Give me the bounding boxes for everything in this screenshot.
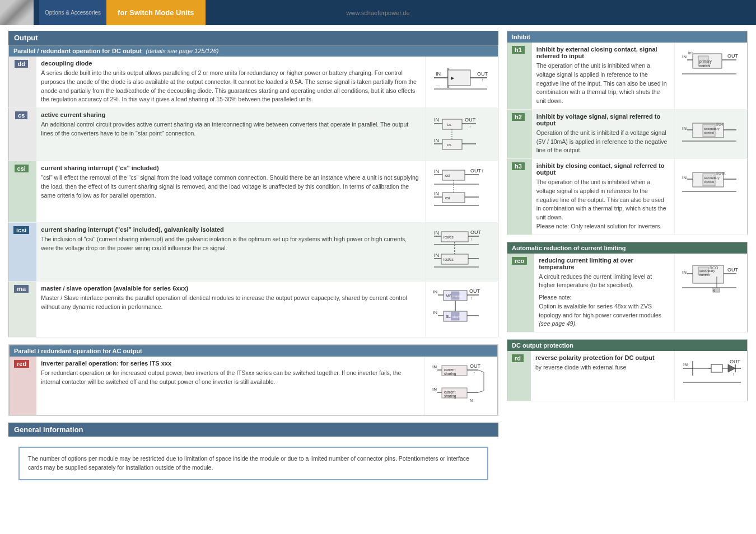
nav-options-link[interactable]: Options & Accessories [39,0,106,25]
desc-dd: A series diode built into the units outp… [41,69,421,104]
diagram-rd: IN OUT ↑ [675,351,748,401]
main-content: Output Parallel / redundant operation fo… [0,25,756,496]
svg-text:IN: IN [436,71,441,77]
svg-text:cs: cs [447,122,451,127]
content-red: inverter parallel operation: for series … [36,357,424,415]
svg-text:▶: ▶ [451,76,455,81]
svg-text:IN: IN [434,191,439,196]
code-h2: h2 [507,109,532,158]
svg-text:IN: IN [433,289,437,294]
svg-text:N: N [470,399,473,402]
desc-h3: The operation of the unit is inhibited w… [536,178,670,231]
svg-text:secondary: secondary [704,127,720,130]
svg-text:↑: ↑ [732,372,735,376]
svg-text:RCO: RCO [710,266,718,270]
svg-text:IN: IN [682,126,687,131]
navigation-bar: Options & Accessories for Switch Mode Un… [34,0,211,25]
svg-text:control: control [699,64,711,68]
nav-title: for Switch Mode Units [106,0,206,25]
diagram-h3: IN secondary control INHB [675,159,748,235]
table-row: icsi current sharing interrupt ("csi" in… [9,223,498,282]
table-row: ma master / slave operation (avalaible f… [9,282,498,338]
content-h1: inhibit by external closing contact, sig… [532,43,675,109]
auto-reduction-header: Automatic reduction of current limiting [507,242,748,254]
svg-text:OUT: OUT [727,53,739,59]
code-dd: dd [9,57,37,108]
title-h3: inhibit by closing contact, signal refer… [536,162,670,176]
svg-text:OUT: OUT [477,71,488,77]
table-row: csi current sharing interrupt ("cs" incl… [9,161,498,223]
general-info-content: The number of options per module may be … [18,447,488,480]
svg-line-77 [478,370,484,372]
content-dd: decoupling diode A series diode built in… [36,57,425,108]
svg-text:IN: IN [682,54,687,59]
title-ma: master / slave operation (avalaible for … [41,285,421,292]
svg-text:OUT: OUT [465,117,476,123]
left-column: Output Parallel / redundant operation fo… [8,31,498,490]
svg-text:↑: ↑ [470,296,473,300]
title-rco: reducing current limiting at over temper… [539,257,670,270]
desc-csi: "csi" will effect the removal of the "cs… [41,174,421,200]
title-rd: reverse polarity protection for DC outpu… [535,354,670,361]
svg-text:INH: INH [716,123,723,127]
svg-text:csi: csi [445,174,450,177]
svg-text:IN: IN [434,117,439,123]
svg-text:MS: MS [446,294,452,298]
svg-text:INHB: INHB [716,172,726,176]
desc-rd: by reverse diode with external fuse [535,363,670,372]
svg-text:control: control [699,273,710,277]
svg-text:sharing: sharing [444,372,456,376]
table-row: h1 inhibit by external closing contact, … [507,43,748,109]
header-url: www.schaeferpower.de [346,10,409,16]
svg-text:OUT: OUT [470,229,482,235]
svg-text:control: control [704,131,714,134]
title-cs: active current sharing [41,111,421,118]
dc-protection-table: DC output protection rd reverse polarity… [507,339,748,401]
title-dd: decoupling diode [41,60,421,67]
content-icsi: current sharing interrupt ("csi" include… [36,223,425,282]
svg-rect-19 [442,139,462,149]
desc-icsi: The inclusion of "csi" (current sharing … [41,235,421,253]
svg-text:primary: primary [699,59,712,64]
svg-rect-132 [711,364,722,372]
svg-text:IN: IN [434,252,439,258]
code-red: red [10,357,37,415]
table-row: rd reverse polarity protection for DC ou… [507,351,748,401]
desc-h2: Operation of the unit is inhibited if a … [536,129,670,155]
content-cs: active current sharing An additional con… [36,108,425,161]
title-red: inverter parallel operation: for series … [41,360,420,367]
code-icsi: icsi [9,223,37,282]
desc-rco: A circuit reduces the current limiting l… [539,273,670,291]
header-stripe [0,0,34,25]
svg-text:OUT: OUT [470,363,481,369]
table-row: red inverter parallel operation: for ser… [10,357,498,415]
inhibit-header: Inhibit [507,31,748,43]
svg-rect-100 [703,124,715,137]
svg-text:secondary: secondary [704,176,720,180]
title-h2: inhibit by voltage signal, signal referr… [536,113,670,127]
code-csi: csi [9,161,37,223]
output-section-header: Output [8,31,498,45]
title-h1: inhibit by external closing contact, sig… [536,46,670,59]
svg-text:↑: ↑ [473,371,475,375]
parallel-ac-header: Parallel / redundant operation for AC ou… [10,345,498,357]
page-header: Options & Accessories for Switch Mode Un… [0,0,756,25]
svg-rect-12 [442,119,462,129]
auto-reduction-table: Automatic reduction of current limiting … [507,242,748,333]
code-cs: cs [9,108,37,161]
code-rco: rco [507,254,535,332]
content-h3: inhibit by closing contact, signal refer… [532,159,675,235]
svg-text:icsi/cs: icsi/cs [444,235,454,239]
svg-text:slave: slave [452,315,461,318]
code-h3: h3 [507,159,532,235]
svg-text:SL: SL [446,315,451,318]
code-ma: ma [9,282,37,338]
content-csi: current sharing interrupt ("cs" included… [36,161,425,223]
svg-text:current: current [444,368,455,372]
content-h2: inhibit by voltage signal, signal referr… [532,109,675,158]
svg-text:IN: IN [682,270,687,275]
diagram-rco: IN secondary control RCO OUT θ [675,254,748,332]
svg-rect-109 [703,174,715,186]
inhibit-table: Inhibit h1 inhibit by external closing c… [507,31,748,235]
svg-text:OUT↑: OUT↑ [470,168,484,174]
